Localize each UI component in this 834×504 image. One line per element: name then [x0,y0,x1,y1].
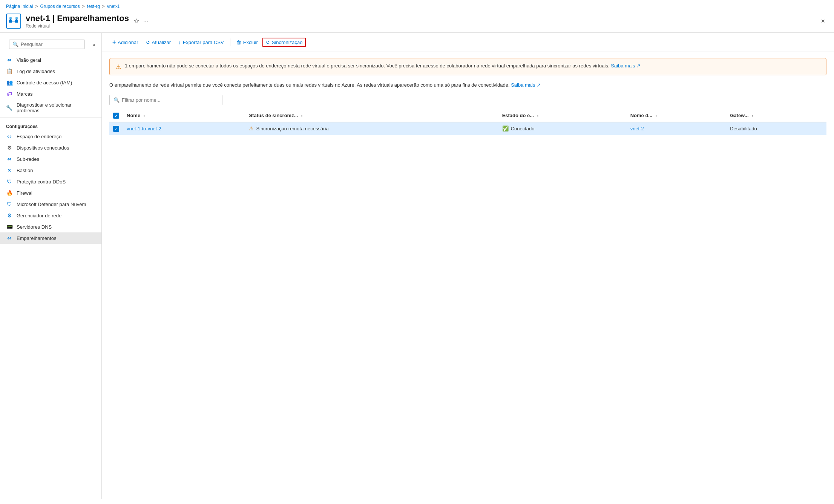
sidebar-item-label: Servidores DNS [17,224,52,230]
sidebar-item-peerings[interactable]: ⇔ Emparelhamentos [0,232,101,244]
sidebar-item-dns[interactable]: 📟 Servidores DNS [0,221,101,232]
row-gateway-cell: Desabilitado [726,122,826,135]
sort-name-icon[interactable]: ↕ [143,114,145,118]
warning-learn-more-link[interactable]: Saiba mais ↗ [611,63,641,69]
sidebar-item-ddos[interactable]: 🛡 Proteção contra DDoS [0,176,101,187]
sidebar-item-bastion[interactable]: ✕ Bastion [0,165,101,176]
page-header: vnet-1 | Emparelhamentos Rede virtual ☆ … [0,11,834,33]
svg-rect-1 [15,20,18,23]
sidebar-search-box[interactable]: 🔍 [9,40,85,49]
row-checkbox[interactable]: ✓ [113,126,119,132]
delete-button[interactable]: 🗑 Excluir [233,38,261,47]
sidebar-item-firewall[interactable]: 🔥 Firewall [0,187,101,199]
export-label: Exportar para CSV [183,40,224,45]
peerings-table: ✓ Nome ↕ Status de sincroniz... ↕ Estado… [109,110,826,135]
sidebar-item-label: Firewall [17,190,34,196]
sync-button[interactable]: ↺ Sincronização [262,38,306,47]
sidebar-item-label: Proteção contra DDoS [17,179,66,185]
search-input[interactable] [21,41,81,47]
connection-status: ✅ Conectado [502,125,623,131]
more-options-icon[interactable]: ··· [143,18,148,24]
sidebar-item-subnets[interactable]: ⇔ Sub-redes [0,153,101,165]
svg-rect-6 [15,17,18,19]
sort-gateway-icon[interactable]: ↕ [751,114,753,118]
row-checkbox-cell: ✓ [109,122,123,135]
sync-status-text: Sincronização remota necessária [256,126,328,131]
address-space-icon: ⇔ [6,133,13,139]
sort-remote-icon[interactable]: ↕ [655,114,657,118]
sidebar-item-connected-devices[interactable]: ⚙ Dispositivos conectados [0,142,101,153]
defender-icon: 🛡 [6,201,13,207]
filter-input[interactable] [122,97,218,103]
connected-icon: ✅ [502,125,509,131]
row-sync-cell: ⚠ Sincronização remota necessária [245,122,498,135]
warning-text: 1 emparelhamento não pode se conectar a … [125,63,641,69]
collapse-icon[interactable]: « [91,40,97,49]
iam-icon: 👥 [6,79,13,86]
row-remote-name-cell: vnet-2 [627,122,727,135]
refresh-button[interactable]: ↺ Atualizar [143,38,174,47]
sort-state-icon[interactable]: ↕ [537,114,539,118]
breadcrumb: Página Inicial > Grupos de recursos > te… [0,0,834,11]
svg-rect-0 [9,20,12,23]
diagnose-icon: 🔧 [6,105,13,111]
sidebar-item-label: Emparelhamentos [17,235,57,241]
column-checkbox: ✓ [109,110,123,122]
add-label: Adicionar [118,40,138,45]
search-icon: 🔍 [12,41,18,47]
warning-banner: ⚠ 1 emparelhamento não pode se conectar … [109,58,826,75]
column-sync-status: Status de sincroniz... ↕ [245,110,498,122]
export-button[interactable]: ↓ Exportar para CSV [175,38,227,47]
sync-label: Sincronização [272,40,303,45]
sync-icon: ↺ [266,40,270,45]
sidebar-item-overview[interactable]: ⇔ Visão geral [0,54,101,66]
gateway-text: Desabilitado [730,126,757,131]
favorite-icon[interactable]: ☆ [133,17,140,25]
sidebar: 🔍 « ⇔ Visão geral 📋 Log de atividades 👥 … [0,33,102,499]
breadcrumb-test-rg[interactable]: test-rg [87,4,100,9]
sidebar-item-iam[interactable]: 👥 Controle de acesso (IAM) [0,77,101,88]
breadcrumb-home[interactable]: Página Inicial [6,4,33,9]
peering-name-link[interactable]: vnet-1-to-vnet-2 [127,126,161,131]
add-button[interactable]: + Adicionar [109,37,141,47]
sidebar-item-defender[interactable]: 🛡 Microsoft Defender para Nuvem [0,199,101,210]
filter-row: 🔍 [109,95,826,105]
warning-icon: ⚠ [116,63,121,70]
sidebar-item-label: Log de atividades [17,69,55,74]
sidebar-item-label: Diagnosticar e solucionar problemas [17,102,95,113]
row-name-cell: vnet-1-to-vnet-2 [123,122,245,135]
add-icon: + [112,39,116,46]
filter-search-icon: 🔍 [113,97,120,103]
breadcrumb-vnet1[interactable]: vnet-1 [107,4,120,9]
sidebar-item-diagnose[interactable]: 🔧 Diagnosticar e solucionar problemas [0,99,101,116]
remote-vnet-link[interactable]: vnet-2 [630,126,644,131]
breadcrumb-resource-groups[interactable]: Grupos de recursos [40,4,80,9]
sidebar-item-label: Dispositivos conectados [17,145,69,151]
sidebar-item-activity-log[interactable]: 📋 Log de atividades [0,66,101,77]
state-text: Conectado [511,126,535,131]
sort-sync-icon[interactable]: ↕ [301,114,303,118]
subnets-icon: ⇔ [6,156,13,162]
sidebar-item-network-manager[interactable]: ⚙ Gerenciador de rede [0,210,101,221]
sidebar-item-address-space[interactable]: ⇔ Espaço de endereço [0,131,101,142]
column-name: Nome ↕ [123,110,245,122]
bastion-icon: ✕ [6,167,13,173]
refresh-icon: ↺ [146,40,150,45]
close-button[interactable]: × [818,16,828,27]
overview-icon: ⇔ [6,57,13,63]
filter-input-box[interactable]: 🔍 [109,95,222,105]
sync-warning-icon: ⚠ [249,125,254,131]
description-learn-more-link[interactable]: Saiba mais ↗ [511,82,541,88]
toolbar-separator [230,38,230,46]
toolbar: + Adicionar ↺ Atualizar ↓ Exportar para … [102,33,834,52]
select-all-checkbox[interactable]: ✓ [113,113,119,119]
sidebar-item-label: Gerenciador de rede [17,213,61,218]
delete-icon: 🗑 [236,40,241,45]
sidebar-item-label: Espaço de endereço [17,134,61,139]
sidebar-item-label: Visão geral [17,57,41,63]
sync-status: ⚠ Sincronização remota necessária [249,125,494,131]
sidebar-divider [0,118,101,118]
sidebar-item-tags[interactable]: 🏷 Marcas [0,88,101,99]
resource-icon [6,14,21,29]
sidebar-section-config: Configurações [0,119,101,131]
